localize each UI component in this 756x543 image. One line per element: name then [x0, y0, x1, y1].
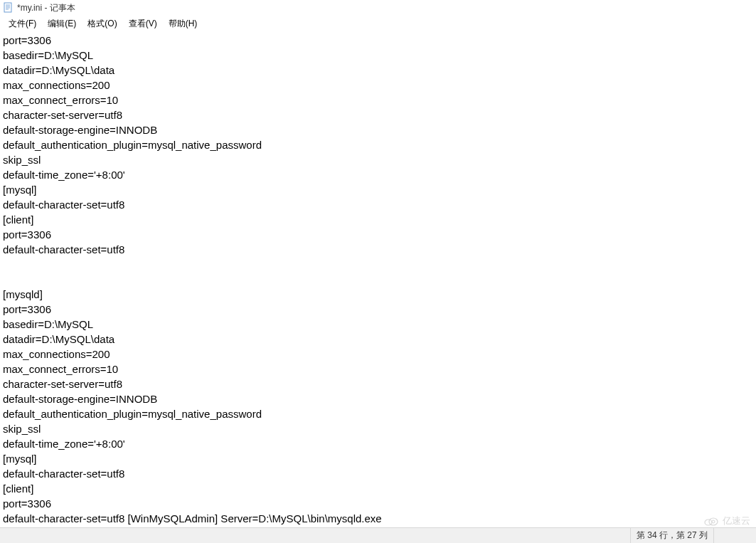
window-title: *my.ini - 记事本: [17, 2, 75, 14]
menu-format[interactable]: 格式(O): [82, 16, 122, 31]
notepad-icon: [3, 2, 14, 14]
menu-view[interactable]: 查看(V): [123, 16, 163, 31]
menu-file[interactable]: 文件(F): [3, 16, 42, 31]
menu-help[interactable]: 帮助(H): [163, 16, 203, 31]
svg-rect-0: [4, 3, 11, 12]
menu-bar: 文件(F) 编辑(E) 格式(O) 查看(V) 帮助(H): [0, 16, 756, 31]
status-position: 第 34 行，第 27 列: [630, 528, 713, 543]
status-extra: [713, 528, 756, 543]
text-editor-area[interactable]: port=3306 basedir=D:\MySQL datadir=D:\My…: [0, 31, 756, 527]
status-bar: 第 34 行，第 27 列: [0, 527, 756, 543]
menu-edit[interactable]: 编辑(E): [42, 16, 82, 31]
title-bar: *my.ini - 记事本: [0, 0, 756, 16]
